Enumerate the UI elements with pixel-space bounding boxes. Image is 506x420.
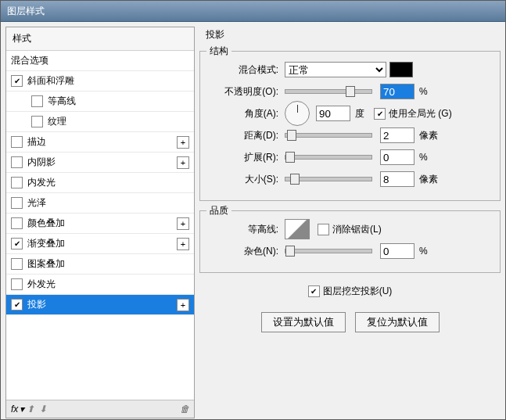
- titlebar[interactable]: 图层样式: [1, 1, 505, 22]
- effect-label: 描边: [27, 135, 46, 149]
- effect-item[interactable]: 渐变叠加+: [6, 234, 194, 254]
- list-footer: fx▾ ⬆ ⬇ 🗑: [6, 400, 194, 418]
- quality-legend: 品质: [206, 204, 231, 217]
- global-light-checkbox[interactable]: [374, 108, 386, 120]
- shadow-color-swatch[interactable]: [389, 62, 413, 77]
- antialias-checkbox[interactable]: [318, 224, 329, 235]
- layer-style-dialog: 图层样式 样式 混合选项 斜面和浮雕等高线纹理描边+内阴影+内发光光泽颜色叠加+…: [0, 0, 506, 420]
- knockout-label: 图层挖空投影(U): [323, 285, 393, 298]
- effect-checkbox[interactable]: [11, 156, 23, 168]
- effect-item[interactable]: 等高线: [6, 92, 194, 112]
- move-up-icon[interactable]: ⬆: [27, 404, 34, 415]
- effect-checkbox[interactable]: [11, 217, 23, 229]
- angle-dial[interactable]: [285, 101, 310, 126]
- effect-checkbox[interactable]: [11, 75, 23, 87]
- effect-checkbox[interactable]: [11, 136, 23, 148]
- opacity-slider[interactable]: [285, 89, 372, 94]
- noise-slider[interactable]: [285, 249, 372, 253]
- size-label: 大小(S):: [208, 173, 278, 186]
- effect-item[interactable]: 投影+: [6, 295, 194, 315]
- effect-checkbox[interactable]: [31, 95, 43, 107]
- window-title: 图层样式: [7, 5, 45, 16]
- add-effect-icon[interactable]: +: [177, 217, 189, 230]
- add-effect-icon[interactable]: +: [177, 136, 189, 149]
- distance-input[interactable]: [380, 127, 414, 143]
- effect-item[interactable]: 纹理: [6, 112, 194, 132]
- effect-checkbox[interactable]: [11, 278, 23, 290]
- effect-checkbox[interactable]: [11, 238, 23, 249]
- contour-picker[interactable]: [285, 219, 310, 239]
- distance-label: 距离(D):: [208, 129, 278, 142]
- effect-item[interactable]: 外发光: [6, 275, 194, 295]
- noise-input[interactable]: [380, 243, 414, 259]
- effect-label: 纹理: [48, 115, 66, 128]
- effect-label: 内阴影: [27, 156, 56, 169]
- add-effect-icon[interactable]: +: [177, 238, 189, 250]
- contour-label: 等高线:: [208, 223, 278, 236]
- noise-label: 杂色(N):: [208, 245, 278, 258]
- effect-label: 内发光: [27, 176, 56, 189]
- effect-label: 斜面和浮雕: [27, 74, 74, 88]
- opacity-label: 不透明度(O):: [208, 85, 278, 99]
- blend-mode-select[interactable]: 正常: [285, 62, 386, 77]
- effect-item[interactable]: 内阴影+: [6, 153, 194, 173]
- effect-label: 光泽: [27, 196, 46, 210]
- effect-item[interactable]: 内发光: [6, 173, 194, 193]
- angle-input[interactable]: [316, 106, 350, 121]
- blending-options-header[interactable]: 混合选项: [6, 51, 194, 71]
- distance-slider[interactable]: [285, 133, 372, 138]
- effect-checkbox[interactable]: [11, 299, 23, 311]
- effect-checkbox[interactable]: [11, 197, 23, 209]
- fx-menu[interactable]: fx: [11, 404, 18, 415]
- effect-label: 等高线: [48, 95, 76, 108]
- opacity-input[interactable]: [380, 84, 414, 99]
- effect-item[interactable]: 光泽: [6, 193, 194, 214]
- size-slider[interactable]: [285, 177, 372, 181]
- move-down-icon[interactable]: ⬇: [39, 404, 47, 415]
- effect-item[interactable]: 斜面和浮雕: [6, 71, 194, 92]
- effect-label: 投影: [27, 298, 46, 311]
- global-light-label: 使用全局光 (G): [389, 107, 452, 120]
- effect-item[interactable]: 颜色叠加+: [6, 214, 194, 234]
- spread-label: 扩展(R):: [208, 151, 278, 164]
- effect-checkbox[interactable]: [11, 258, 23, 270]
- add-effect-icon[interactable]: +: [177, 299, 189, 311]
- make-default-button[interactable]: 设置为默认值: [261, 312, 346, 332]
- knockout-checkbox[interactable]: [308, 285, 320, 297]
- trash-icon[interactable]: 🗑: [180, 404, 189, 415]
- reset-default-button[interactable]: 复位为默认值: [355, 312, 440, 332]
- panel-title: 投影: [199, 27, 501, 41]
- effect-item[interactable]: 图案叠加: [6, 254, 194, 275]
- settings-panel: 投影 结构 混合模式: 正常 不透明度(O): % 角度(A):: [199, 27, 501, 418]
- effect-label: 外发光: [27, 278, 56, 291]
- effect-label: 渐变叠加: [27, 237, 65, 250]
- angle-label: 角度(A):: [208, 107, 278, 120]
- spread-input[interactable]: [380, 149, 414, 165]
- effect-item[interactable]: 描边+: [6, 132, 194, 153]
- effect-label: 颜色叠加: [27, 217, 65, 230]
- add-effect-icon[interactable]: +: [177, 156, 189, 169]
- effects-list: 样式 混合选项 斜面和浮雕等高线纹理描边+内阴影+内发光光泽颜色叠加+渐变叠加+…: [5, 27, 195, 418]
- structure-legend: 结构: [206, 45, 231, 58]
- blend-mode-label: 混合模式:: [208, 63, 278, 77]
- effect-label: 图案叠加: [27, 257, 65, 271]
- structure-group: 结构 混合模式: 正常 不透明度(O): % 角度(A): 度: [199, 51, 501, 201]
- spread-slider[interactable]: [285, 155, 372, 160]
- effect-checkbox[interactable]: [11, 177, 23, 188]
- quality-group: 品质 等高线: 消除锯齿(L) 杂色(N): %: [199, 210, 501, 273]
- size-input[interactable]: [380, 171, 414, 187]
- antialias-label: 消除锯齿(L): [332, 223, 382, 236]
- effect-checkbox[interactable]: [31, 116, 43, 127]
- styles-header[interactable]: 样式: [6, 27, 194, 51]
